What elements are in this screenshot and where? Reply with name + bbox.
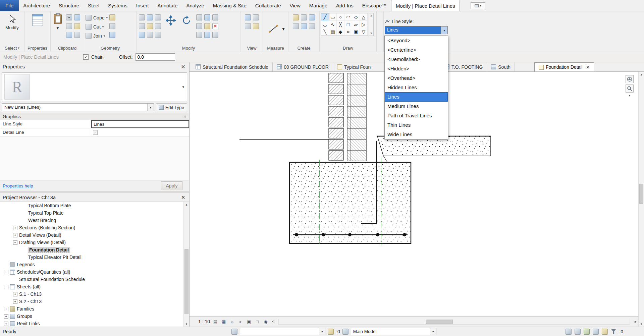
- ribbon-tab[interactable]: Steel: [84, 0, 104, 11]
- panel-label-measure[interactable]: Measure: [263, 44, 288, 52]
- view-tab[interactable]: Structural Foundation Schedule ✕: [192, 62, 273, 71]
- property-row[interactable]: Line Style Lines ✓: [0, 120, 189, 128]
- draw-parallelogram-icon[interactable]: ▱: [352, 21, 360, 28]
- view-tab[interactable]: 00 GROUND FLOOR ✕: [273, 62, 333, 71]
- tree-item[interactable]: + S.1 - Ch13: [0, 290, 183, 298]
- ribbon-display-toggle[interactable]: ▾: [471, 2, 485, 9]
- tree-item[interactable]: + Detail Views (Detail): [0, 231, 183, 239]
- switch-windows-icon[interactable]: [245, 23, 251, 29]
- panel-label-draw[interactable]: Draw: [320, 44, 376, 52]
- pin-icon[interactable]: [196, 23, 202, 29]
- tree-item[interactable]: Typical Bottom Plate: [0, 202, 183, 209]
- paint-icon[interactable]: [74, 23, 80, 29]
- close-icon[interactable]: ✕: [180, 64, 186, 70]
- line-style-option[interactable]: <Hidden>: [385, 64, 448, 73]
- ribbon-tab[interactable]: Analyze: [182, 0, 208, 11]
- trim-extend-icon[interactable]: [155, 23, 161, 29]
- panel-label-geometry[interactable]: Geometry: [84, 44, 136, 52]
- combo-arrow-icon[interactable]: ▾: [147, 104, 154, 111]
- draw-region-icon[interactable]: ▣: [352, 28, 360, 36]
- paint-bucket-icon[interactable]: [109, 14, 115, 20]
- ribbon-tab[interactable]: Add-Ins: [332, 0, 358, 11]
- view-tab[interactable]: Foundation Detail ✕: [534, 62, 594, 71]
- draw-nabla-icon[interactable]: ▽: [360, 28, 368, 36]
- detail-component-icon[interactable]: [309, 23, 315, 29]
- tree-expander-icon[interactable]: +: [13, 233, 17, 237]
- ribbon-tab[interactable]: Manage: [305, 0, 332, 11]
- rotate-button[interactable]: [179, 13, 194, 28]
- tree-expander-icon[interactable]: +: [4, 314, 8, 319]
- tree-item[interactable]: Typical Top Plate: [0, 209, 183, 217]
- view-tab[interactable]: South ✕: [487, 62, 515, 71]
- zoom-button[interactable]: [626, 85, 634, 93]
- scroll-down-icon[interactable]: ▼: [370, 32, 373, 35]
- line-style-option[interactable]: Thin Lines: [385, 120, 448, 130]
- panel-label-clipboard[interactable]: Clipboard: [51, 44, 84, 52]
- tree-item[interactable]: + Families: [0, 305, 183, 313]
- draw-polygon-icon[interactable]: ◇: [352, 13, 360, 21]
- type-selector[interactable]: R ▾: [2, 72, 187, 101]
- tree-item[interactable]: West Bracing: [0, 217, 183, 224]
- array-icon[interactable]: [204, 14, 210, 20]
- scroll-up-icon[interactable]: ▲: [184, 202, 189, 207]
- collapse-section-icon[interactable]: «: [183, 115, 188, 117]
- create-parts-icon[interactable]: [301, 14, 307, 20]
- line-style-option[interactable]: Medium Lines: [385, 102, 448, 111]
- drag-elements-on-selection-icon[interactable]: [602, 329, 608, 335]
- draw-triangle-icon[interactable]: △: [360, 13, 368, 21]
- detail-group-icon[interactable]: [293, 14, 299, 20]
- apply-button[interactable]: Apply: [161, 181, 182, 190]
- trim-corner-icon[interactable]: [147, 32, 153, 38]
- detail-level-icon[interactable]: ▤: [212, 319, 218, 325]
- detail-line-checkbox[interactable]: ✓: [93, 130, 98, 135]
- design-options-icon[interactable]: [342, 329, 348, 335]
- offset-input[interactable]: [136, 53, 175, 61]
- move-button[interactable]: [164, 13, 178, 28]
- tree-item[interactable]: + Sections (Building Section): [0, 224, 183, 231]
- chain-checkbox[interactable]: ✓: [83, 54, 89, 60]
- scroll-right-icon[interactable]: ▶: [633, 320, 638, 323]
- ribbon-tab[interactable]: Modify | Place Detail Lines: [391, 0, 460, 11]
- line-style-option[interactable]: Path of Travel Lines: [385, 111, 448, 120]
- design-options-combobox[interactable]: Main Model ▾: [351, 328, 436, 335]
- ribbon-tab[interactable]: Architecture: [19, 0, 54, 11]
- tree-item[interactable]: + Revit Links: [0, 320, 183, 327]
- scrollbar-thumb[interactable]: [426, 320, 453, 324]
- scroll-up-icon[interactable]: ▲: [639, 72, 644, 77]
- view-scale-button[interactable]: 1 : 10: [198, 319, 210, 324]
- reveal-hidden-elements-icon[interactable]: ◉: [263, 319, 269, 325]
- visual-style-icon[interactable]: ▦: [221, 319, 227, 325]
- geometry-tool-button[interactable]: Cope ▾: [86, 13, 108, 22]
- line-style-option[interactable]: <Centerline>: [385, 45, 448, 55]
- scroll-up-icon[interactable]: ▲: [370, 14, 373, 17]
- align-icon[interactable]: [139, 14, 145, 20]
- line-style-option[interactable]: Hidden Lines: [385, 83, 448, 92]
- draw-gallery-scroll[interactable]: ▲ ▼: [369, 13, 374, 36]
- pick-new-host-icon[interactable]: [66, 32, 72, 38]
- close-icon[interactable]: ✕: [180, 194, 186, 201]
- vertical-scrollbar[interactable]: ▲ ▼: [638, 72, 644, 327]
- panel-label-create[interactable]: Create: [288, 44, 319, 52]
- panel-label-view[interactable]: View: [241, 44, 263, 52]
- draw-line-icon[interactable]: ╱: [321, 13, 329, 21]
- tree-expander-icon[interactable]: +: [13, 299, 17, 304]
- cut-to-clipboard-icon[interactable]: ✂: [66, 14, 72, 20]
- chevron-down-icon[interactable]: ▾: [629, 94, 631, 97]
- worksets-icon[interactable]: [231, 329, 237, 335]
- crop-region-visibility-icon[interactable]: □: [254, 319, 260, 325]
- ribbon-tab[interactable]: Collaborate: [251, 0, 285, 11]
- select-underlay-elements-icon[interactable]: [593, 329, 599, 335]
- combo-arrow-icon[interactable]: ▾: [441, 26, 447, 34]
- chevron-down-icon[interactable]: ▾: [282, 26, 284, 32]
- shadows-icon[interactable]: ◐: [237, 319, 244, 325]
- type-properties-icon[interactable]: [74, 32, 80, 38]
- delete-icon[interactable]: ✕: [212, 23, 218, 29]
- horizontal-scrollbar[interactable]: [278, 319, 630, 325]
- select-links-icon[interactable]: [566, 329, 572, 335]
- select-pinned-elements-icon[interactable]: [575, 329, 581, 335]
- line-style-combobox[interactable]: Lines ▾: [385, 26, 448, 34]
- measure-button[interactable]: [266, 21, 280, 36]
- draw-spline-icon[interactable]: ∿: [329, 21, 337, 28]
- panel-label-select[interactable]: Select▾: [0, 44, 24, 52]
- ribbon-tab[interactable]: Systems: [104, 0, 132, 11]
